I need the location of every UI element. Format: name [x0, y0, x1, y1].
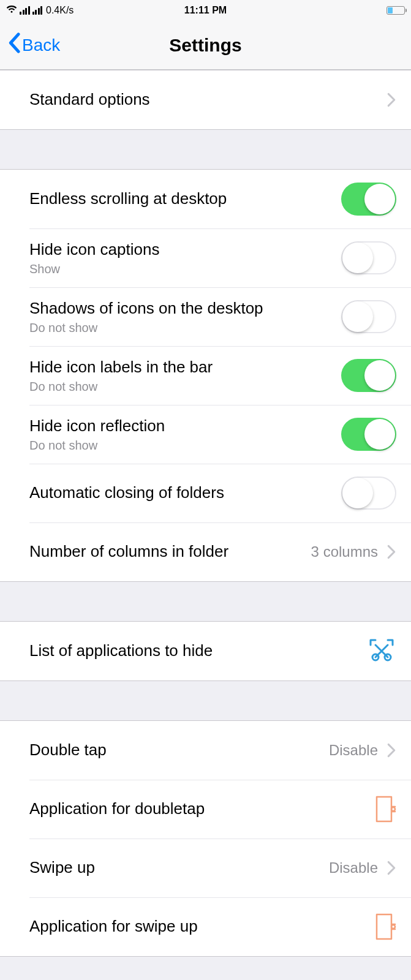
row-title: Hide icon captions: [29, 239, 341, 260]
row-title: Endless scrolling at desktop: [29, 189, 341, 209]
app-placeholder-icon: [372, 794, 396, 824]
settings-group-desktop: Endless scrolling at desktop Hide icon c…: [0, 169, 411, 582]
row-hide-labels-bar[interactable]: Hide icon labels in the bar Do not show: [0, 346, 411, 405]
row-title: Application for swipe up: [29, 916, 372, 937]
row-hidden-apps[interactable]: List of applications to hide: [0, 622, 411, 680]
row-title: Hide icon labels in the bar: [29, 357, 341, 378]
row-hide-captions[interactable]: Hide icon captions Show: [0, 228, 411, 287]
cellular-signal-1-icon: [20, 6, 30, 15]
row-app-doubletap[interactable]: Application for doubletap: [0, 780, 411, 839]
scissors-icon: [367, 636, 396, 666]
row-title: Swipe up: [29, 858, 329, 878]
row-title: Number of columns in folder: [29, 541, 311, 562]
row-title: Shadows of icons on the desktop: [29, 298, 341, 319]
toggle-auto-close-folders[interactable]: [341, 477, 396, 510]
app-placeholder-icon: [372, 912, 396, 941]
row-sub: Do not show: [29, 321, 341, 335]
row-value: Disable: [329, 742, 378, 759]
row-doubletap[interactable]: Double tap Disable: [0, 721, 411, 780]
back-label: Back: [22, 36, 60, 55]
row-auto-close-folders[interactable]: Automatic closing of folders: [0, 464, 411, 522]
chevron-right-icon: [386, 743, 396, 758]
row-value: 3 columns: [311, 543, 378, 560]
data-rate: 0.4K/s: [46, 5, 74, 16]
clock: 11:11 PM: [184, 5, 227, 16]
toggle-endless-scrolling[interactable]: [341, 183, 396, 216]
chevron-left-icon: [7, 32, 21, 58]
cellular-signal-2-icon: [32, 6, 43, 15]
row-sub: Do not show: [29, 380, 341, 394]
row-swipeup[interactable]: Swipe up Disable: [0, 839, 411, 897]
nav-bar: Back Settings: [0, 21, 411, 70]
row-sub: Show: [29, 262, 341, 276]
page-title: Settings: [169, 35, 241, 56]
wifi-icon: [6, 5, 17, 16]
settings-group-hidden-apps: List of applications to hide: [0, 621, 411, 681]
back-button[interactable]: Back: [7, 32, 60, 58]
toggle-hide-reflection[interactable]: [341, 418, 396, 451]
row-shadows[interactable]: Shadows of icons on the desktop Do not s…: [0, 287, 411, 346]
status-bar: 0.4K/s 11:11 PM: [0, 0, 411, 21]
chevron-right-icon: [386, 92, 396, 107]
row-sub: Do not show: [29, 439, 341, 453]
row-title: List of applications to hide: [29, 641, 367, 662]
chevron-right-icon: [386, 861, 396, 875]
row-title: Standard options: [29, 89, 386, 110]
row-app-swipeup[interactable]: Application for swipe up: [0, 897, 411, 956]
toggle-shadows[interactable]: [341, 300, 396, 333]
row-standard-options[interactable]: Standard options: [0, 70, 411, 129]
row-title: Application for doubletap: [29, 799, 372, 820]
row-value: Disable: [329, 859, 378, 876]
row-num-columns[interactable]: Number of columns in folder 3 columns: [0, 522, 411, 581]
battery-icon: [386, 6, 405, 15]
chevron-right-icon: [386, 545, 396, 559]
row-endless-scrolling[interactable]: Endless scrolling at desktop: [0, 170, 411, 228]
svg-point-2: [391, 807, 395, 811]
row-title: Hide icon reflection: [29, 416, 341, 437]
row-hide-reflection[interactable]: Hide icon reflection Do not show: [0, 405, 411, 464]
row-title: Double tap: [29, 740, 329, 761]
settings-group-general: Standard options: [0, 70, 411, 130]
toggle-hide-captions[interactable]: [341, 241, 396, 274]
row-title: Automatic closing of folders: [29, 483, 341, 503]
settings-group-gestures: Double tap Disable Application for doubl…: [0, 720, 411, 957]
toggle-hide-labels-bar[interactable]: [341, 359, 396, 392]
svg-point-3: [391, 925, 395, 929]
